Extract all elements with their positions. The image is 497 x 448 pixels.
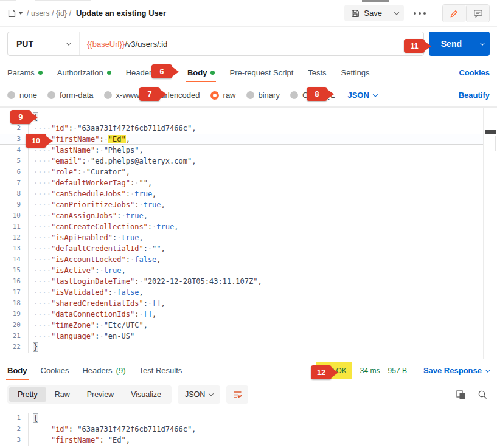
response-size: 957 B [388,367,407,375]
response-format-select[interactable]: JSON [178,385,220,404]
divider [415,365,415,376]
editor-scrollbar[interactable] [483,108,497,359]
tab-prerequest-script[interactable]: Pre-request Script [229,61,293,84]
save-response-button[interactable]: Save Response [423,366,490,375]
view-visualize[interactable]: Visualize [122,387,170,402]
radio-binary[interactable]: binary [246,91,280,100]
code-line[interactable]: 13····"defaultCredentialId":·"", [0,243,497,254]
code-line[interactable]: 16····"lastLoginDateTime":·"2022-12-28T0… [0,276,497,287]
response-tab-cookies[interactable]: Cookies [41,359,69,382]
chevron-down-icon [479,40,484,45]
postman-request-view: / users / {id} / Update an existing User… [0,0,497,448]
green-dot-icon [210,71,215,75]
code-line[interactable]: 15····"isActive":·true, [0,265,497,276]
response-tab-test-results[interactable]: Test Results [139,359,182,382]
annotation-badge-12: 12 [311,365,332,379]
code-line[interactable]: 1{ [0,413,497,424]
code-line[interactable]: 14····"isAccountLocked":·false, [0,254,497,265]
tab-settings[interactable]: Settings [341,61,370,84]
line-number: 13 [0,243,28,254]
line-number: 19 [0,309,28,320]
code-line[interactable]: 9····"canPrioritizeJobs":·true, [0,199,497,210]
search-button[interactable] [475,387,490,402]
code-line[interactable]: 2 "id": "63aa731f472f6cb711d7466c", [0,424,497,435]
comments-button[interactable] [466,5,489,22]
chevron-down-icon [66,40,71,45]
radio-form-data[interactable]: form-data [47,91,94,100]
code-line[interactable]: 1{ [0,112,497,123]
code-line[interactable]: 21····"language":·"en-US" [0,331,497,342]
code-line[interactable]: 2····"id":·"63aa731f472f6cb711d7466c", [0,123,497,134]
request-title: Update an existing User [76,9,166,18]
copy-icon [456,390,466,400]
request-file-icon[interactable] [7,9,23,18]
line-number: 17 [0,287,28,298]
edit-documentation-button[interactable] [443,5,466,22]
line-number: 21 [0,331,28,342]
raw-format-select[interactable]: JSON [347,91,377,100]
tab-params[interactable]: Params [7,61,43,84]
more-options-button[interactable] [410,7,429,19]
save-options-button[interactable] [389,5,404,21]
response-tab-headers[interactable]: Headers (9) [82,359,125,382]
code-line[interactable]: 17····"isValidated":·false, [0,287,497,298]
scrollbar-mark [485,130,496,134]
line-number: 11 [0,221,28,232]
code-line[interactable]: 20····"timeZone":·"Etc/UTC", [0,320,497,331]
code-line[interactable]: 11····"canCreateCollections":·true, [0,221,497,232]
radio-icon [7,91,15,99]
line-number: 2 [0,123,28,134]
response-meta: 200 OK 34 ms 957 B Save Response [316,362,490,379]
url-input[interactable]: {{baseUrl}}/v3/users/:id [80,32,423,55]
copy-button[interactable] [453,387,468,402]
send-options-button[interactable] [474,32,490,56]
line-number: 4 [0,145,28,156]
radio-icon [47,91,55,99]
request-body-editor[interactable]: 1{2····"id":·"63aa731f472f6cb711d7466c",… [0,107,497,359]
pencil-icon [450,9,459,18]
breadcrumb-path[interactable]: / users / {id} / [27,9,71,18]
send-button[interactable]: Send [429,32,474,56]
window-top-remnant [35,0,91,1]
code-line[interactable]: 3 "firstName": "Ed", [0,435,497,446]
code-line[interactable]: 6····"role":·"Curator", [0,167,497,177]
annotation-badge-8: 8 [307,87,327,101]
wrap-lines-button[interactable] [226,385,248,404]
tab-body[interactable]: Body [187,61,215,84]
tab-tests[interactable]: Tests [308,61,326,84]
green-dot-icon [38,71,43,75]
view-preview[interactable]: Preview [78,387,122,402]
edit-comment-group [442,4,490,22]
method-value: PUT [16,39,33,49]
response-tab-body[interactable]: Body [7,359,27,382]
cookies-link[interactable]: Cookies [459,68,490,77]
code-line[interactable]: 18····"sharedCredentialIds":·[], [0,298,497,309]
line-number: 20 [0,320,28,331]
line-number: 14 [0,254,28,265]
view-pretty[interactable]: Pretty [9,387,46,402]
window-top-remnant [362,0,389,2]
code-line[interactable]: 19····"dataConnectionIds":·[], [0,309,497,320]
code-line[interactable]: 3····"firstName":·"Ed", [0,134,497,145]
annotation-badge-6: 6 [151,64,172,78]
code-line[interactable]: 7····"defaultWorkerTag":·"", [0,177,497,188]
code-line[interactable]: 12····"isApiEnabled":·true, [0,232,497,243]
radio-none[interactable]: none [7,91,37,100]
save-button[interactable]: Save [344,5,389,21]
code-line[interactable]: 5····"email":·"ed.phelps@alteryx.com", [0,156,497,167]
code-line[interactable]: 22} [0,342,497,353]
code-line[interactable]: 10····"canAssignJobs":·true, [0,210,497,221]
code-line[interactable]: 4····"lastName":·"Phelps", [0,145,497,156]
code-line[interactable]: 8····"canScheduleJobs":·true, [0,188,497,199]
search-icon [478,390,488,400]
response-body-viewer[interactable]: 1{2 "id": "63aa731f472f6cb711d7466c",3 "… [0,407,497,446]
beautify-link[interactable]: Beautify [459,91,490,100]
chevron-down-icon [373,92,378,97]
line-number: 15 [0,265,28,276]
tab-authorization[interactable]: Authorization [57,61,111,84]
radio-raw[interactable]: raw [210,91,236,100]
line-number: 16 [0,276,28,287]
view-raw[interactable]: Raw [46,387,78,402]
method-select[interactable]: PUT [8,32,80,55]
save-icon [351,9,360,18]
